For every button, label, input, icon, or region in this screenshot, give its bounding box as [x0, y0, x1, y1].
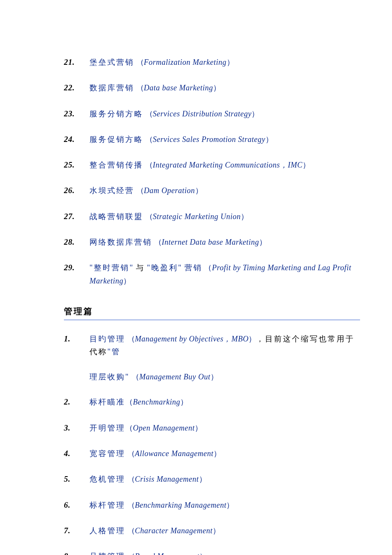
list-item: 26. 水坝式经营 （Dam Operation） [64, 184, 360, 197]
item-number: 1. [64, 332, 89, 346]
item-number: 27. [64, 210, 89, 223]
item-term: 堡垒式营销 （Formalization Marketing） [89, 56, 360, 69]
item-term: 标杆管理 （Benchmarking Management） [89, 499, 360, 512]
list-item: 5. 危机管理 （Crisis Management） [64, 472, 360, 486]
item-term: 战略营销联盟 （Strategic Marketing Union） [89, 210, 360, 223]
list-item: 1. 目旳管理 （Management by Objectives，MBO），目… [64, 332, 360, 384]
item-term: 服务促销方略 （Services Sales Promotion Strateg… [89, 133, 360, 146]
marketing-list: 21. 堡垒式营销 （Formalization Marketing） 22. … [64, 55, 360, 288]
list-item: 24. 服务促销方略 （Services Sales Promotion Str… [64, 133, 360, 146]
item-number: 6. [64, 498, 89, 512]
item-number: 23. [64, 107, 89, 121]
item-number: 21. [64, 55, 89, 69]
item-term: 水坝式经营 （Dam Operation） [89, 184, 360, 197]
item-term: 人格管理 （Character Management） [89, 524, 360, 538]
list-item: 3. 开明管理（Open Management） [64, 421, 360, 435]
item-number: 7. [64, 524, 89, 538]
item-term: 标杆瞄准（Benchmarking） [89, 396, 360, 409]
item-term: 目旳管理 （Management by Objectives，MBO），目前这个… [89, 332, 360, 384]
item-number: 22. [64, 81, 89, 95]
item-number: 29. [64, 261, 89, 275]
list-item: 8. 品牌管理 （Brand Management） [64, 549, 360, 555]
list-item: 6. 标杆管理 （Benchmarking Management） [64, 498, 360, 512]
list-item: 23. 服务分销方略 （Services Distribution Strate… [64, 107, 360, 121]
item-term: 宽容管理 （Allowance Management） [89, 447, 360, 460]
item-number: 8. [64, 549, 89, 555]
item-term: 危机管理 （Crisis Management） [89, 473, 360, 486]
item-number: 26. [64, 184, 89, 197]
item-number: 4. [64, 447, 89, 460]
list-item: 27. 战略营销联盟 （Strategic Marketing Union） [64, 210, 360, 223]
list-item: 21. 堡垒式营销 （Formalization Marketing） [64, 55, 360, 69]
section-heading: 管理篇 [64, 306, 360, 317]
item-term: 整合营销传播 （Integrated Marketing Communicati… [89, 159, 360, 172]
document-page: 21. 堡垒式营销 （Formalization Marketing） 22. … [0, 0, 392, 555]
item-term: "整时营销" 与 "晚盈利" 营销 （Profit by Timing Mark… [89, 261, 360, 287]
list-item: 4. 宽容管理 （Allowance Management） [64, 447, 360, 460]
item-number: 24. [64, 133, 89, 146]
list-item: 29. "整时营销" 与 "晚盈利" 营销 （Profit by Timing … [64, 261, 360, 287]
list-item: 25. 整合营销传播 （Integrated Marketing Communi… [64, 158, 360, 172]
list-item: 28. 网络数据库营销 （Internet Data base Marketin… [64, 235, 360, 249]
item-number: 2. [64, 395, 89, 409]
item-term: 开明管理（Open Management） [89, 422, 360, 435]
management-list: 1. 目旳管理 （Management by Objectives，MBO），目… [64, 332, 360, 555]
list-item: 7. 人格管理 （Character Management） [64, 524, 360, 538]
item-term: 品牌管理 （Brand Management） [89, 550, 360, 555]
item-term: 服务分销方略 （Services Distribution Strategy） [89, 107, 360, 121]
item-term: 数据库营销 （Data base Marketing） [89, 81, 360, 95]
item-number: 25. [64, 158, 89, 172]
item-term: 网络数据库营销 （Internet Data base Marketing） [89, 236, 360, 249]
item-number: 28. [64, 235, 89, 249]
item-number: 3. [64, 421, 89, 435]
list-item: 2. 标杆瞄准（Benchmarking） [64, 395, 360, 409]
item-continuation: 理层收购" （Management Buy Out） [89, 370, 360, 384]
item-number: 5. [64, 472, 89, 486]
list-item: 22. 数据库营销 （Data base Marketing） [64, 81, 360, 95]
section-divider [64, 320, 360, 320]
